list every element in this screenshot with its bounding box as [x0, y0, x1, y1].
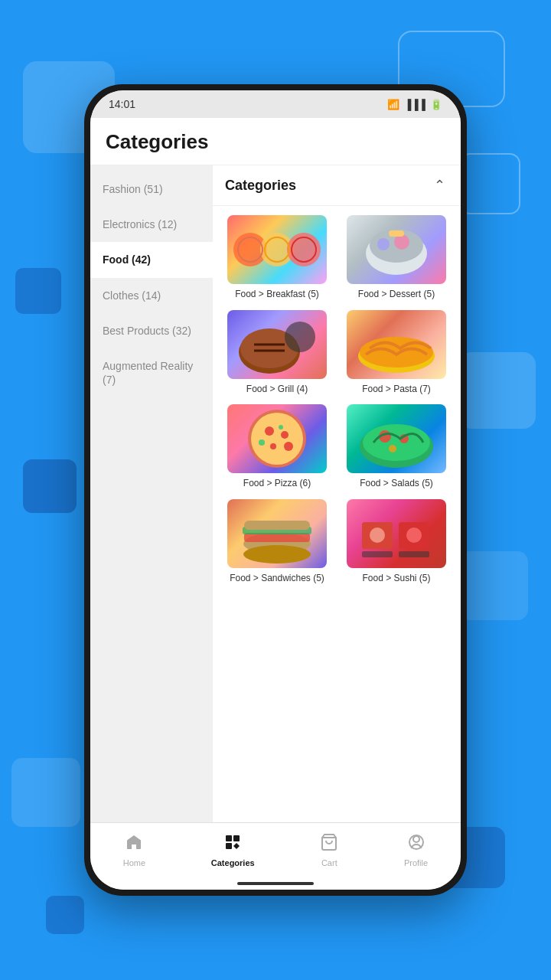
category-image-pizza	[227, 404, 327, 473]
wifi-icon: 📶	[387, 99, 399, 110]
category-label-pizza: Food > Pizza (6)	[243, 478, 311, 490]
app-header: Categories	[90, 118, 461, 165]
status-time: 14:01	[109, 98, 135, 110]
home-icon	[125, 833, 143, 856]
svg-rect-43	[226, 835, 232, 841]
nav-item-profile[interactable]: Profile	[395, 828, 437, 872]
category-image-dessert	[347, 215, 446, 284]
svg-point-21	[281, 431, 289, 439]
panel-header: Categories ⌃	[213, 165, 461, 206]
svg-point-8	[377, 238, 390, 250]
category-card-dessert[interactable]: Food > Dessert (5)	[341, 215, 452, 301]
category-card-sushi[interactable]: Food > Sushi (5)	[341, 499, 452, 585]
home-indicator	[90, 877, 461, 890]
svg-point-41	[370, 528, 385, 543]
sidebar-item-fashion[interactable]: Fashion (51)	[90, 172, 213, 207]
status-bar: 14:01 📶 ▐▐▐ 🔋	[90, 90, 461, 118]
category-label-salads: Food > Salads (5)	[360, 478, 433, 490]
category-image-salads	[347, 404, 446, 473]
nav-item-cart[interactable]: Cart	[311, 828, 347, 872]
svg-point-25	[279, 425, 283, 430]
nav-item-home[interactable]: Home	[114, 828, 155, 872]
sidebar-item-best-products[interactable]: Best Products (32)	[90, 313, 213, 348]
right-panel: Categories ⌃	[213, 165, 461, 822]
svg-point-35	[243, 545, 311, 564]
signal-icon: ▐▐▐	[404, 99, 425, 110]
battery-icon: 🔋	[430, 99, 442, 110]
category-label-sandwiches: Food > Sandwiches (5)	[230, 573, 324, 585]
panel-title: Categories	[225, 178, 296, 194]
category-card-sandwiches[interactable]: Food > Sandwiches (5)	[222, 499, 332, 585]
category-card-pasta[interactable]: Food > Pasta (7)	[341, 310, 452, 396]
svg-rect-40	[399, 551, 429, 557]
category-label-dessert: Food > Dessert (5)	[358, 289, 435, 301]
nav-label-cart: Cart	[321, 858, 337, 867]
main-content: Fashion (51) Electronics (12) Food (42) …	[90, 165, 461, 822]
nav-label-profile: Profile	[404, 858, 428, 867]
status-icons: 📶 ▐▐▐ 🔋	[387, 99, 442, 110]
cart-icon	[320, 833, 338, 856]
svg-point-22	[270, 443, 276, 449]
svg-point-23	[284, 442, 293, 451]
category-image-breakfast	[227, 215, 327, 284]
category-card-grill[interactable]: Food > Grill (4)	[222, 310, 332, 396]
category-image-sushi	[347, 499, 446, 568]
home-indicator-bar	[237, 882, 314, 885]
nav-label-home: Home	[123, 858, 145, 867]
category-card-salads[interactable]: Food > Salads (5)	[341, 404, 452, 490]
sidebar-item-clothes[interactable]: Clothes (14)	[90, 278, 213, 313]
category-grid: Food > Breakfast (5)	[213, 206, 461, 593]
svg-point-19	[251, 413, 303, 465]
category-card-breakfast[interactable]: Food > Breakfast (5)	[222, 215, 332, 301]
profile-icon	[407, 833, 425, 856]
category-card-pizza[interactable]: Food > Pizza (6)	[222, 404, 332, 490]
sidebar-item-food[interactable]: Food (42)	[90, 242, 213, 277]
nav-label-categories: Categories	[211, 858, 255, 867]
svg-point-15	[285, 322, 315, 352]
svg-point-27	[363, 424, 430, 461]
svg-rect-34	[244, 521, 310, 530]
sidebar: Fashion (51) Electronics (12) Food (42) …	[90, 165, 213, 822]
category-image-sandwiches	[227, 499, 327, 568]
phone-frame: 14:01 📶 ▐▐▐ 🔋 Categories Fashion (51) El…	[84, 84, 467, 896]
svg-rect-45	[226, 843, 232, 849]
svg-point-20	[265, 426, 274, 436]
sidebar-item-augmented-reality[interactable]: Augmented Reality (7)	[90, 348, 213, 397]
svg-point-47	[413, 836, 419, 842]
svg-rect-44	[233, 835, 240, 841]
svg-point-30	[389, 445, 396, 452]
category-label-pasta: Food > Pasta (7)	[362, 384, 431, 396]
category-image-pasta	[347, 310, 446, 379]
svg-rect-39	[362, 551, 393, 557]
category-image-grill	[227, 310, 327, 379]
category-label-grill: Food > Grill (4)	[246, 384, 308, 396]
sidebar-item-electronics[interactable]: Electronics (12)	[90, 207, 213, 242]
category-label-breakfast: Food > Breakfast (5)	[235, 289, 319, 301]
svg-point-24	[259, 439, 265, 446]
svg-rect-10	[389, 230, 404, 237]
category-label-sushi: Food > Sushi (5)	[362, 573, 430, 585]
nav-item-categories[interactable]: Categories	[202, 828, 264, 872]
categories-icon	[223, 833, 242, 856]
collapse-button[interactable]: ⌃	[430, 176, 448, 194]
svg-point-42	[406, 528, 422, 543]
bottom-nav: Home Categories	[90, 822, 461, 877]
page-title: Categories	[106, 130, 445, 154]
